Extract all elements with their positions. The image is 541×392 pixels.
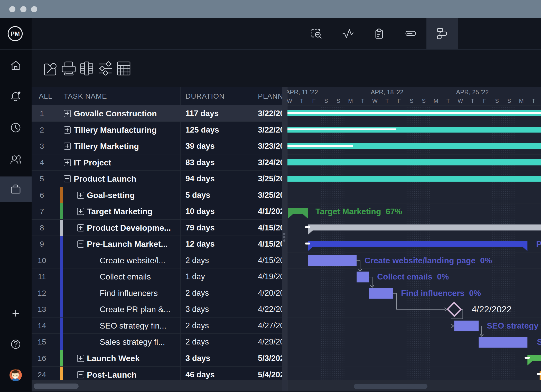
svg-text:PM: PM xyxy=(11,30,20,37)
